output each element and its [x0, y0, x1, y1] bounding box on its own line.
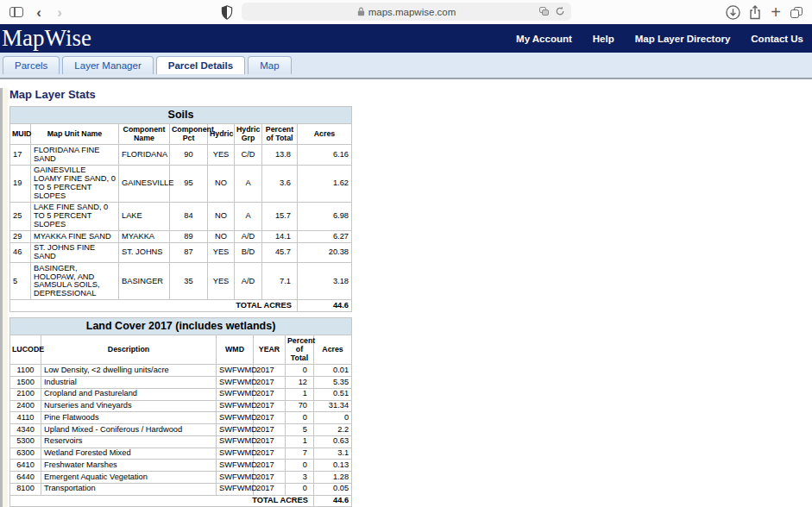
table-cell: A/D [235, 231, 262, 243]
total-row: TOTAL ACRES44.6 [10, 495, 352, 507]
table-cell: MYAKKA FINE SAND [31, 231, 119, 243]
table-cell: A [235, 202, 262, 230]
table-cell: 19 [10, 165, 31, 202]
section-header: Soils [10, 107, 352, 124]
total-value: 44.6 [314, 495, 352, 507]
sidebar-toggle-button[interactable] [7, 0, 26, 24]
table-cell: YES [208, 145, 235, 166]
table-cell: 6.27 [298, 231, 352, 243]
table-cell: 46 [10, 242, 31, 263]
table-cell: 2100 [10, 388, 41, 400]
table-cell: 5 [10, 263, 31, 300]
table-cell: LAKE FINE SAND, 0 TO 5 PERCENT SLOPES [31, 202, 119, 230]
back-button[interactable]: ‹ [30, 0, 47, 24]
table-cell: 1100 [10, 365, 41, 377]
forward-icon: › [57, 5, 62, 20]
table-cell: FLORIDANA FINE SAND [31, 145, 119, 166]
total-row: TOTAL ACRES44.6 [10, 300, 352, 312]
table-cell: NO [208, 165, 235, 202]
table-cell: 17 [10, 145, 31, 166]
table-cell: 14.1 [262, 231, 298, 243]
tab-layer-manager[interactable]: Layer Manager [62, 56, 153, 74]
column-header: Acres [298, 124, 352, 145]
tab-parcel-details[interactable]: Parcel Details [156, 56, 245, 74]
new-tab-button[interactable]: + [766, 0, 785, 24]
table-cell: SWFWMD [217, 412, 254, 424]
table-row: 6300Wetland Forested MixedSWFWMD201773.1 [10, 448, 352, 460]
tab-parcels[interactable]: Parcels [3, 56, 60, 74]
table-land-cover: Land Cover 2017 (includes wetlands)LUCOD… [9, 317, 352, 507]
table-row: 29MYAKKA FINE SANDMYAKKA89NOA/D14.16.27 [10, 231, 352, 243]
nav-link-help[interactable]: Help [593, 34, 614, 44]
privacy-report-button[interactable] [217, 0, 236, 24]
table-cell: SWFWMD [217, 400, 254, 412]
column-header: LUCODE [10, 335, 41, 365]
total-label: TOTAL ACRES [10, 495, 314, 507]
table-cell: SWFWMD [217, 435, 254, 448]
table-row: 2400Nurseries and VineyardsSWFWMD2017703… [10, 400, 352, 412]
nav-link-contact-us[interactable]: Contact Us [751, 34, 803, 44]
table-row: 17FLORIDANA FINE SANDFLORIDANA90YESC/D13… [10, 145, 352, 166]
table-row: 5BASINGER, HOLOPAW, AND SAMSULA SOILS, D… [10, 263, 352, 300]
table-cell: 84 [170, 202, 208, 230]
privacy-shield-icon [221, 5, 233, 20]
table-cell: 6440 [10, 472, 41, 484]
tab-overview-button[interactable] [787, 0, 806, 24]
column-header: MUID [10, 124, 31, 145]
table-cell: 4340 [10, 424, 41, 436]
table-cell: 6.98 [298, 202, 352, 230]
table-cell: Emergent Aquatic Vegetation [41, 472, 217, 484]
column-header: Component Name [119, 124, 170, 145]
table-cell: A [235, 165, 262, 202]
forward-button[interactable]: › [51, 0, 68, 24]
back-icon: ‹ [36, 5, 41, 20]
header-nav: My AccountHelpMap Layer DirectoryContact… [516, 34, 803, 44]
table-cell: 89 [170, 231, 208, 243]
site-logo[interactable]: MapWise [0, 27, 91, 50]
table-cell: 70 [286, 400, 314, 412]
table-cell: 1 [286, 388, 314, 400]
address-bar[interactable]: maps.mapwise.com [242, 3, 571, 21]
window-edge-inner [3, 88, 8, 507]
table-cell: Cropland and Pastureland [41, 388, 217, 400]
tab-overview-icon [790, 7, 803, 18]
table-cell: ST. JOHNS FINE SAND [31, 242, 119, 263]
table-row: 1500IndustrialSWFWMD2017125.35 [10, 377, 352, 389]
download-button[interactable] [723, 0, 742, 24]
column-header: Component Pct [170, 124, 208, 145]
table-cell: BASINGER [119, 263, 170, 300]
table-cell: 20.38 [298, 242, 352, 263]
table-cell: 2017 [254, 365, 286, 377]
column-header: WMD [217, 335, 254, 365]
table-cell: Reservoirs [41, 435, 217, 448]
share-button[interactable] [746, 0, 765, 24]
table-cell: Low Density, <2 dwelling units/acre [41, 365, 217, 377]
url-text: maps.mapwise.com [368, 7, 456, 17]
table-cell: Wetland Forested Mixed [41, 448, 217, 460]
plus-icon: + [771, 3, 781, 22]
table-row: 46ST. JOHNS FINE SANDST. JOHNS87YESB/D45… [10, 242, 352, 263]
table-cell: 2017 [254, 435, 286, 448]
reload-icon[interactable] [555, 6, 565, 16]
table-cell: 95 [170, 165, 208, 202]
table-cell: 0 [286, 365, 314, 377]
table-cell: GAINESVILLE LOAMY FINE SAND, 0 TO 5 PERC… [31, 165, 119, 202]
share-icon [749, 5, 761, 20]
table-row: 8100TransportationSWFWMD201700.05 [10, 483, 352, 495]
table-cell: 5300 [10, 435, 41, 448]
table-cell: YES [208, 263, 235, 300]
table-cell: 0.13 [314, 460, 352, 472]
table-cell: SWFWMD [217, 424, 254, 436]
nav-link-map-layer-directory[interactable]: Map Layer Directory [635, 34, 731, 44]
table-cell: Freshwater Marshes [41, 460, 217, 472]
table-cell: YES [208, 242, 235, 263]
nav-link-my-account[interactable]: My Account [516, 34, 572, 44]
tab-map[interactable]: Map [248, 56, 291, 74]
sidebar-icon [9, 7, 23, 17]
table-cell: 5.35 [314, 377, 352, 389]
table-cell: BASINGER, HOLOPAW, AND SAMSULA SOILS, DE… [31, 263, 119, 300]
total-value: 44.6 [298, 300, 352, 312]
table-cell: 35 [170, 263, 208, 300]
table-cell: 8100 [10, 483, 41, 495]
translate-icon[interactable] [539, 7, 549, 16]
